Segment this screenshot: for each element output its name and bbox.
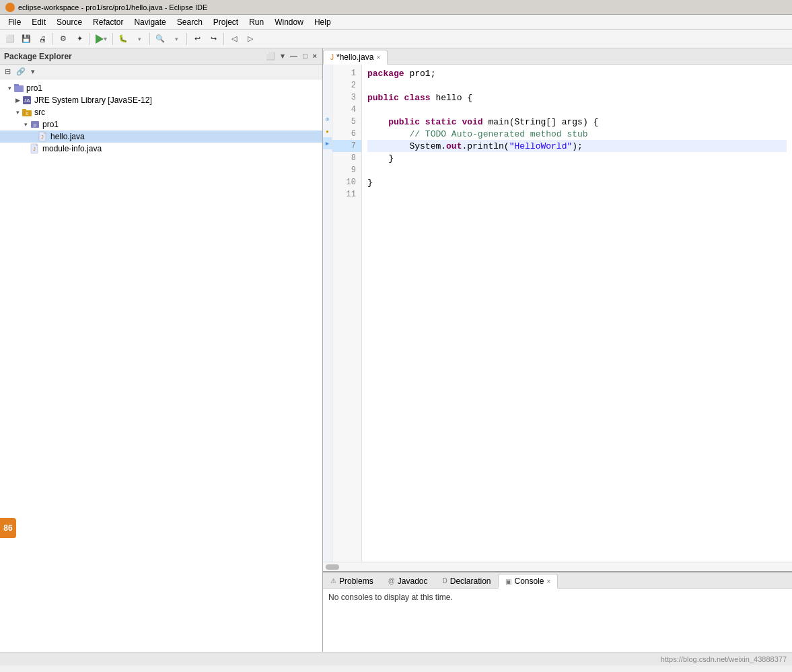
save-button[interactable]: 💾 bbox=[19, 32, 34, 46]
tab-problems[interactable]: ⚠ Problems bbox=[323, 573, 381, 588]
src-folder-icon: s bbox=[22, 107, 32, 118]
kw-static: static bbox=[425, 117, 462, 127]
svg-rect-1 bbox=[14, 84, 19, 86]
code-pro1: pro1; bbox=[409, 69, 435, 79]
toolbar-sep-2 bbox=[89, 33, 90, 45]
linenum-5: 5 bbox=[332, 116, 361, 128]
tree-label-jre: JRE System Library [JavaSE-12] bbox=[34, 96, 152, 105]
run-button[interactable]: ▾ bbox=[93, 34, 110, 44]
tree-row-pro1pkg[interactable]: ▾ p pro1 bbox=[0, 118, 322, 130]
tree-row-pro1[interactable]: ▾ pro1 bbox=[0, 82, 322, 94]
tree-arrow-jre: ▶ bbox=[13, 97, 22, 104]
javadoc-icon: @ bbox=[388, 577, 395, 585]
pe-tree: ▾ pro1 ▶ JA JRE System Library [JavaSE-1… bbox=[0, 79, 322, 652]
nav-forward-button[interactable]: ▷ bbox=[243, 32, 258, 46]
console-message: No consoles to display at this time. bbox=[328, 593, 453, 602]
tree-row-jre[interactable]: ▶ JA JRE System Library [JavaSE-12] bbox=[0, 94, 322, 106]
pe-collapse-icon[interactable]: ⬜ bbox=[264, 51, 277, 61]
print-button[interactable]: 🖨 bbox=[35, 32, 50, 46]
code-line-3: public class hello { bbox=[367, 91, 787, 104]
scroll-thumb[interactable] bbox=[326, 564, 339, 570]
toolbar-btn-5[interactable]: 🔍 bbox=[153, 32, 168, 46]
pe-collapse-all-icon[interactable]: ⊟ bbox=[3, 67, 13, 77]
code-system: System. bbox=[409, 141, 446, 151]
svg-text:J: J bbox=[41, 135, 44, 139]
tab-close-button[interactable]: × bbox=[376, 54, 380, 61]
declaration-icon: D bbox=[443, 577, 447, 585]
pe-header: Package Explorer ⬜ ▾ — □ × bbox=[0, 48, 322, 65]
tab-label: *hello.java bbox=[336, 52, 373, 62]
debug-button[interactable]: 🐛 bbox=[116, 32, 131, 46]
menu-source[interactable]: Source bbox=[51, 16, 87, 28]
toolbar-btn-6[interactable]: ▾ bbox=[169, 32, 184, 46]
code-line-8: } bbox=[367, 152, 787, 164]
pe-menu-icon[interactable]: ▾ bbox=[279, 51, 286, 61]
linenum-1: 1 bbox=[332, 67, 361, 79]
toolbar-btn-2[interactable]: ⚙ bbox=[56, 32, 71, 46]
todo-indicator-6: ● bbox=[326, 128, 329, 135]
console-close-button[interactable]: × bbox=[547, 578, 551, 585]
tab-javadoc[interactable]: @ Javadoc bbox=[381, 573, 435, 588]
code-out: out bbox=[446, 141, 462, 151]
menu-refactor[interactable]: Refactor bbox=[87, 16, 129, 28]
tree-arrow-src: ▾ bbox=[13, 109, 22, 116]
java-file-icon: J bbox=[38, 131, 48, 142]
linenum-10: 10 bbox=[332, 176, 361, 188]
pe-close-icon[interactable]: × bbox=[312, 51, 318, 61]
editor-left-gutter: ⊙ ● ▶ bbox=[323, 65, 332, 562]
menu-project[interactable]: Project bbox=[208, 16, 244, 28]
toolbar-sep-1 bbox=[52, 33, 53, 45]
menu-run[interactable]: Run bbox=[244, 16, 269, 28]
editor-scrollbar[interactable] bbox=[323, 562, 792, 571]
tree-row-moduleinfo[interactable]: ▶ J module-info.java bbox=[0, 143, 322, 155]
tree-row-src[interactable]: ▾ s src bbox=[0, 106, 322, 118]
badge-label: 86 bbox=[3, 523, 12, 533]
code-line-1: package pro1; bbox=[367, 67, 787, 79]
project-icon bbox=[13, 83, 24, 94]
indent-5 bbox=[367, 117, 388, 127]
toolbar-btn-3[interactable]: ✦ bbox=[72, 32, 87, 46]
toolbar-btn-8[interactable]: ↪ bbox=[206, 32, 221, 46]
pe-link-icon[interactable]: 🔗 bbox=[14, 67, 28, 77]
tab-declaration-label: Declaration bbox=[450, 576, 491, 586]
side-notification-badge[interactable]: 86 bbox=[0, 518, 16, 538]
menu-help[interactable]: Help bbox=[309, 16, 336, 28]
gutter-3 bbox=[323, 89, 332, 101]
menu-edit[interactable]: Edit bbox=[26, 16, 51, 28]
menu-navigate[interactable]: Navigate bbox=[129, 16, 171, 28]
editor-tab-hellojava[interactable]: J *hello.java × bbox=[323, 50, 388, 65]
bottom-panel: ⚠ Problems @ Javadoc D Declaration ▣ Con… bbox=[323, 571, 792, 652]
tree-row-hellojava[interactable]: ▶ J hello.java bbox=[0, 130, 322, 143]
toolbar-btn-7[interactable]: ↩ bbox=[190, 32, 205, 46]
menu-search[interactable]: Search bbox=[172, 16, 208, 28]
tree-label-hellojava: hello.java bbox=[50, 132, 85, 141]
title-text: eclipse-workspace - pro1/src/pro1/hello.… bbox=[18, 3, 207, 11]
toolbar-sep-6 bbox=[223, 33, 224, 45]
indent-8: } bbox=[367, 153, 394, 163]
bottom-tabs: ⚠ Problems @ Javadoc D Declaration ▣ Con… bbox=[323, 572, 792, 589]
pe-maximize-icon[interactable]: □ bbox=[301, 51, 309, 61]
gutter-7: ▶ bbox=[323, 137, 332, 149]
tab-problems-label: Problems bbox=[339, 576, 373, 586]
toolbar-btn-4[interactable]: ▾ bbox=[132, 32, 147, 46]
console-icon: ▣ bbox=[505, 578, 511, 585]
indent-6 bbox=[367, 129, 409, 139]
new-button[interactable]: ⬜ bbox=[3, 32, 17, 46]
menu-file[interactable]: File bbox=[3, 16, 26, 28]
pe-minimize-icon[interactable]: — bbox=[289, 51, 299, 61]
kw-public-3: public bbox=[367, 93, 404, 103]
linenum-6: 6 bbox=[332, 128, 361, 140]
code-area[interactable]: package pro1; public class hello { publi… bbox=[362, 65, 792, 562]
pe-dropdown-icon[interactable]: ▾ bbox=[29, 67, 37, 77]
code-line-6: // TODO Auto-generated method stub bbox=[367, 128, 787, 140]
tab-declaration[interactable]: D Declaration bbox=[435, 573, 499, 588]
tab-console[interactable]: ▣ Console × bbox=[498, 574, 558, 589]
code-helloworld-str: "HelloWorld" bbox=[509, 141, 573, 151]
nav-back-button[interactable]: ◁ bbox=[227, 32, 242, 46]
run-dropdown-arrow: ▾ bbox=[104, 35, 107, 42]
menu-window[interactable]: Window bbox=[269, 16, 309, 28]
gutter-10 bbox=[323, 174, 332, 186]
kw-class: class bbox=[404, 93, 436, 103]
package-icon: p bbox=[30, 119, 40, 130]
gutter-4 bbox=[323, 101, 332, 113]
